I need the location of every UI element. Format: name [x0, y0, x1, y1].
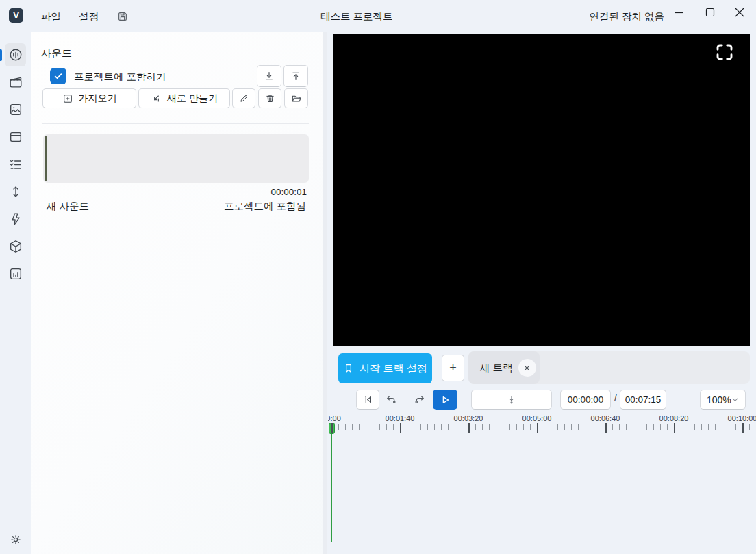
checklist-icon: [8, 157, 23, 172]
play-button[interactable]: [433, 390, 457, 410]
ruler-tick: [455, 424, 455, 430]
download-icon: [264, 71, 275, 81]
sound-item-duration: 00:00:01: [43, 187, 307, 197]
sidebar-item-checklist[interactable]: [5, 153, 26, 176]
maximize-button[interactable]: [698, 3, 722, 22]
ruler-tick: [722, 424, 722, 430]
fullscreen-icon: [714, 42, 735, 62]
ruler-tick: [660, 424, 661, 430]
check-icon: [53, 71, 63, 81]
ruler-tick: [715, 424, 716, 430]
track-tab-label: 새 트랙: [480, 362, 513, 375]
cube-icon: [8, 239, 23, 254]
zoom-level-dropdown[interactable]: 100%: [700, 390, 746, 410]
ruler-tick: [646, 424, 647, 430]
ruler-tick: [468, 423, 470, 433]
ruler-label: 00:05:00: [522, 414, 552, 423]
panel-scrollbar[interactable]: [323, 32, 327, 554]
ruler-tick: [482, 424, 483, 430]
ruler-tick: [338, 424, 339, 430]
maximize-icon: [705, 8, 715, 17]
sidebar-item-window[interactable]: [5, 125, 26, 149]
ruler-tick: [523, 424, 524, 430]
skip-to-start-button[interactable]: [356, 390, 379, 410]
sidebar-item-image[interactable]: [5, 98, 26, 121]
video-preview[interactable]: [333, 34, 750, 346]
ruler-tick: [578, 424, 579, 430]
sound-panel: [31, 32, 323, 554]
device-status: 연결된 장치 없음: [589, 10, 664, 23]
ruler-tick: [359, 424, 360, 430]
ruler-tick: [509, 424, 510, 430]
menu-settings[interactable]: 설정: [79, 10, 99, 23]
ruler-tick: [516, 424, 517, 430]
ruler-tick: [701, 424, 702, 430]
zoom-level-value: 100%: [707, 394, 731, 405]
create-new-button[interactable]: 새로 만들기: [138, 88, 230, 108]
current-time-field[interactable]: 00:00:00: [560, 390, 611, 410]
pencil-icon: [239, 93, 249, 103]
redo-button[interactable]: [412, 391, 427, 407]
minimize-button[interactable]: [667, 3, 690, 22]
open-folder-button[interactable]: [284, 88, 308, 108]
add-track-label: +: [449, 361, 457, 375]
close-track-icon: [523, 364, 531, 372]
sidebar-item-sound[interactable]: [5, 43, 26, 66]
add-track-button[interactable]: +: [442, 355, 464, 381]
ruler-tick: [564, 424, 565, 430]
ruler-tick: [708, 424, 709, 430]
sound-item-waveform[interactable]: [43, 134, 309, 183]
sidebar-item-motion[interactable]: [5, 180, 26, 203]
redo-icon: [413, 393, 426, 406]
ruler-tick: [729, 424, 729, 430]
time-separator: /: [612, 392, 620, 403]
fullscreen-button[interactable]: [712, 40, 737, 64]
sidebar-item-assets[interactable]: [5, 235, 26, 258]
ruler-tick: [373, 424, 373, 430]
ruler-tick: [386, 424, 387, 430]
sidebar-item-stats[interactable]: [5, 262, 26, 286]
sound-icon: [8, 47, 23, 62]
close-button[interactable]: [728, 3, 751, 22]
import-button[interactable]: 가져오기: [42, 88, 136, 108]
set-start-track-button[interactable]: 시작 트랙 설정: [338, 353, 432, 383]
create-new-button-label: 새로 만들기: [167, 92, 218, 105]
upload-icon: [290, 71, 301, 81]
total-time-field[interactable]: 00:07:15: [620, 390, 666, 410]
ruler-tick: [619, 424, 620, 430]
save-icon[interactable]: [117, 11, 128, 22]
sidebar-settings[interactable]: [5, 528, 26, 551]
close-track-button[interactable]: [518, 359, 536, 377]
ruler-tick: [462, 424, 462, 430]
upload-button[interactable]: [284, 65, 308, 87]
image-icon: [8, 102, 23, 117]
undo-button[interactable]: [383, 391, 399, 407]
ruler-tick: [434, 424, 435, 430]
ruler-tick: [537, 423, 538, 433]
track-tab-new-track[interactable]: 새 트랙: [468, 351, 540, 384]
sidebar-selected-indicator: [0, 49, 2, 61]
edit-button[interactable]: [232, 88, 255, 108]
delete-button[interactable]: [258, 88, 281, 108]
gear-icon: [9, 533, 23, 546]
ruler-tick: [414, 424, 414, 430]
sidebar-item-video[interactable]: [5, 71, 26, 94]
sidebar-item-effects[interactable]: [5, 207, 26, 231]
timeline-ruler[interactable]: 00:0000:01:4000:03:2000:05:0000:06:4000:…: [328, 412, 756, 554]
ruler-label: 00:08:20: [659, 414, 689, 423]
ruler-tick: [331, 423, 333, 433]
include-in-project-checkbox[interactable]: [50, 68, 66, 84]
marker-drop-icon: [506, 394, 517, 405]
ruler-tick: [441, 424, 442, 430]
set-start-track-label: 시작 트랙 설정: [360, 362, 427, 375]
playhead-marker-field[interactable]: [471, 390, 552, 410]
create-new-icon: [151, 93, 162, 104]
download-button[interactable]: [257, 65, 281, 87]
ruler-tick: [427, 424, 428, 430]
ruler-tick: [407, 424, 407, 430]
ruler-tick: [681, 424, 681, 430]
ruler-tick: [557, 424, 558, 430]
menu-file[interactable]: 파일: [41, 10, 61, 23]
ruler-tick: [749, 424, 750, 430]
import-button-label: 가져오기: [79, 92, 117, 105]
